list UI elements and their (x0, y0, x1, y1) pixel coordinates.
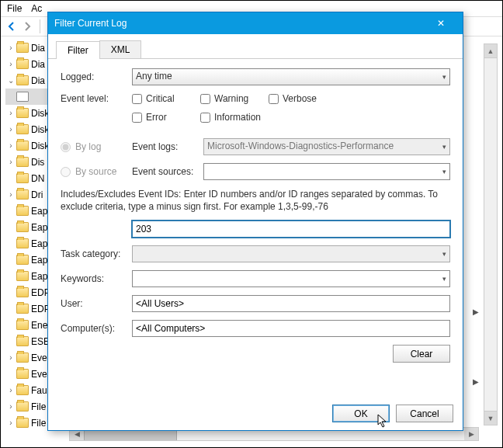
user-label: User: (61, 298, 132, 309)
tree-label: Dia (31, 43, 45, 54)
scrollbar-vertical[interactable]: ▲ ▼ (484, 43, 498, 425)
folder-icon (16, 141, 29, 151)
ok-button[interactable]: OK (332, 405, 390, 422)
folder-icon (16, 59, 29, 69)
tree-label: DN (31, 173, 44, 184)
twisty-icon[interactable]: › (5, 158, 16, 166)
nav-forward-icon (21, 20, 33, 33)
twisty-icon[interactable]: › (5, 125, 16, 134)
twisty-icon[interactable]: › (5, 386, 16, 394)
tree-label: Eve (31, 352, 47, 363)
tree-label: Disk (31, 141, 49, 151)
tree-label: Eap (31, 222, 47, 233)
tree-label: Eap (31, 255, 47, 266)
tree-label: Eap (31, 206, 47, 217)
tab-xml[interactable]: XML (99, 40, 142, 58)
tree-label: Ene (31, 320, 47, 331)
verbose-checkbox[interactable]: Verbose (269, 93, 337, 104)
tree-label: Fau (31, 385, 47, 396)
error-checkbox[interactable]: Error (132, 112, 200, 123)
folder-icon (16, 157, 29, 167)
folder-icon (16, 238, 29, 248)
tree-label: File (31, 401, 46, 412)
twisty-icon[interactable]: › (5, 353, 16, 362)
event-id-input[interactable] (132, 221, 450, 238)
folder-icon (16, 189, 29, 200)
close-icon[interactable]: ✕ (425, 18, 456, 29)
folder-icon (16, 401, 29, 412)
keywords-dropdown[interactable]: ▾ (132, 270, 450, 287)
tree-label: Dia (31, 59, 45, 70)
cancel-button[interactable]: Cancel (396, 405, 453, 422)
tree-label: Eap (31, 271, 47, 282)
form: Logged: Any time ▾ Event level: Critical… (48, 59, 463, 397)
critical-checkbox[interactable]: Critical (132, 93, 200, 104)
twisty-icon[interactable]: › (5, 190, 16, 199)
scroll-down-icon[interactable]: ▼ (484, 411, 497, 425)
twisty-icon[interactable]: › (5, 141, 16, 150)
taskcategory-label: Task category: (61, 248, 132, 259)
folder-icon (16, 320, 29, 330)
folder-icon (16, 206, 29, 216)
twisty-icon[interactable]: › (5, 43, 16, 52)
chevron-down-icon: ▾ (442, 250, 446, 258)
folder-icon (16, 271, 29, 281)
bylog-radio: By log (61, 141, 132, 152)
twisty-icon[interactable]: › (5, 418, 16, 427)
expand-arrow-icon[interactable]: ▶ (473, 307, 479, 316)
taskcategory-dropdown: ▾ (132, 245, 450, 262)
eventlogs-label: Event logs: (132, 141, 203, 152)
folder-icon (16, 108, 29, 118)
scroll-up-icon[interactable]: ▲ (484, 44, 497, 58)
tab-filter[interactable]: Filter (56, 41, 100, 59)
tree-label: Dri (31, 189, 43, 200)
eventsources-dropdown[interactable]: ▾ (203, 163, 450, 180)
tree-label: Disk (31, 124, 49, 135)
warning-checkbox[interactable]: Warning (200, 93, 269, 104)
clear-button[interactable]: Clear (393, 345, 450, 363)
dialog-titlebar[interactable]: Filter Current Log ✕ (48, 12, 463, 34)
filter-dialog: Filter Current Log ✕ Filter XML Logged: … (47, 12, 463, 431)
folder-icon (16, 385, 29, 395)
dialog-footer: OK Cancel (48, 397, 463, 430)
tree-label: Eap (31, 238, 47, 249)
computers-input[interactable] (132, 320, 450, 337)
tree-label: Eve (31, 369, 47, 380)
chevron-down-icon: ▾ (442, 275, 446, 283)
expand-arrow-icon[interactable]: ▶ (473, 377, 479, 386)
tree-label: Dia (31, 75, 45, 86)
folder-icon (16, 75, 29, 85)
twisty-icon[interactable]: › (5, 60, 16, 68)
folder-icon (16, 222, 29, 232)
keywords-label: Keywords: (61, 273, 132, 284)
logged-label: Logged: (61, 71, 132, 82)
tree-label: Dis (31, 157, 44, 168)
user-input[interactable] (132, 295, 450, 312)
twisty-icon[interactable]: › (5, 109, 16, 117)
folder-icon (16, 352, 29, 363)
eventsources-label: Event sources: (132, 166, 203, 177)
tree-label: Disk (31, 108, 49, 119)
logged-dropdown[interactable]: Any time ▾ (132, 68, 450, 85)
tabstrip: Filter XML (48, 34, 463, 59)
chevron-down-icon: ▾ (442, 143, 446, 151)
eventlogs-dropdown: Microsoft-Windows-Diagnostics-Performanc… (203, 138, 450, 155)
folder-icon (16, 418, 29, 428)
folder-icon (16, 173, 29, 183)
menu-file[interactable]: File (7, 3, 22, 14)
twisty-icon[interactable]: › (5, 402, 16, 411)
folder-icon (16, 43, 29, 53)
chevron-down-icon: ▾ (442, 73, 446, 81)
nav-back-icon[interactable] (5, 20, 18, 33)
information-checkbox[interactable]: Information (200, 112, 293, 123)
file-icon (16, 92, 29, 102)
folder-icon (16, 336, 29, 346)
twisty-icon[interactable]: ⌄ (5, 76, 16, 85)
folder-icon (16, 124, 29, 134)
eventlevel-label: Event level: (61, 93, 132, 104)
menu-action-truncated[interactable]: Ac (31, 3, 42, 14)
id-help-text: Includes/Excludes Event IDs: Enter ID nu… (61, 188, 450, 213)
dialog-title: Filter Current Log (54, 18, 425, 29)
folder-icon (16, 304, 29, 314)
scroll-right-icon[interactable]: ▶ (464, 428, 478, 440)
